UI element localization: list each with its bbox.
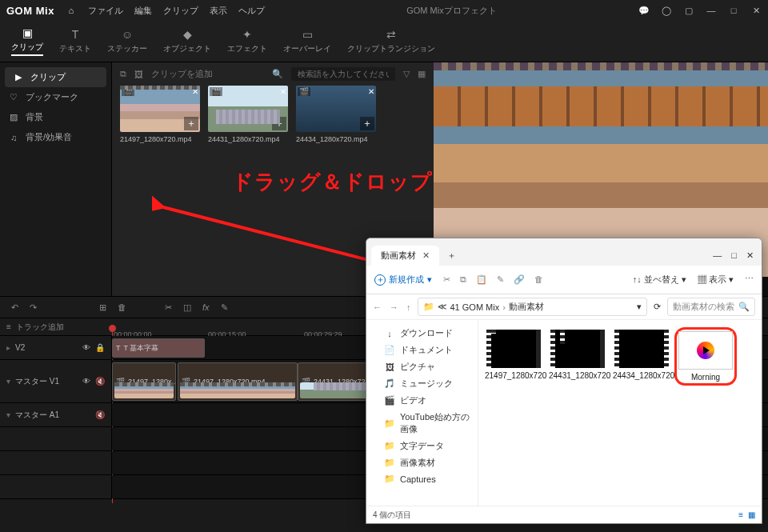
sort-button[interactable]: ↑↓ 並べ替え ▾ (633, 274, 686, 286)
menu-view[interactable]: 表示 (210, 5, 227, 17)
refresh-icon[interactable]: ⟳ (654, 302, 661, 312)
home-icon[interactable]: ⌂ (66, 5, 77, 16)
add-to-timeline-icon[interactable]: ＋ (360, 117, 374, 130)
add-icon[interactable]: ⊞ (99, 302, 106, 313)
remove-icon[interactable]: ✕ (192, 87, 198, 96)
timeline-clip[interactable]: 🎬21497_1280x720.mp4 (178, 362, 298, 401)
add-track-label[interactable]: トラック追加 (16, 322, 64, 333)
explorer-toolbar: ＋新規作成▾ ✂ ⧉ 📋 ✎ 🔗 🗑 ↑↓ 並べ替え ▾ ▦ 表示 ▾ ⋯ (366, 266, 762, 294)
folder-icon: 🎬 (384, 395, 395, 406)
explorer-file-pane[interactable]: 21497_1280x72024431_1280x72024434_1280x7… (478, 320, 762, 506)
back-icon[interactable]: ← (373, 302, 382, 312)
window-max-icon[interactable]: □ (731, 250, 737, 261)
tab-transition[interactable]: ⇄クリップトランジション (347, 28, 435, 54)
window-close-icon[interactable]: ✕ (750, 5, 762, 16)
filter-icon[interactable]: ▽ (403, 69, 410, 79)
window-close-icon[interactable]: ✕ (746, 250, 754, 261)
add-to-timeline-icon[interactable]: ＋ (184, 117, 198, 130)
nav-item[interactable]: 🎵ミュージック (370, 375, 474, 392)
search-icon: 🔍 (272, 69, 283, 79)
tracks-icon[interactable]: ≡ (6, 322, 11, 331)
paste-icon[interactable]: 📋 (476, 274, 487, 285)
feedback-icon[interactable]: 💬 (638, 5, 650, 16)
window-max-icon[interactable]: □ (728, 5, 739, 16)
new-button[interactable]: ＋新規作成▾ (374, 274, 432, 286)
sidebar-item-background[interactable]: ▨背景 (0, 107, 111, 127)
fx-icon[interactable]: fx (202, 302, 210, 312)
tab-object[interactable]: ◆オブジェクト (163, 28, 211, 54)
sidebar-item-bgm[interactable]: ♫背景/効果音 (0, 127, 111, 147)
explorer-file[interactable]: 21497_1280x720 (485, 330, 542, 380)
share-icon[interactable]: 🔗 (514, 274, 525, 285)
timeline-clip[interactable]: 🎬21497_1280x… (112, 362, 176, 401)
mute-icon[interactable]: 🔇 (95, 377, 105, 386)
save-icon[interactable]: ▢ (683, 5, 694, 16)
nav-item[interactable]: ↓ダウンロード (370, 325, 474, 342)
mute-icon[interactable]: 🔇 (95, 410, 105, 419)
nav-item[interactable]: 🎬ビデオ (370, 392, 474, 409)
nav-item[interactable]: 📄ドキュメント (370, 342, 474, 358)
tab-text[interactable]: Tテキスト (59, 28, 91, 54)
folder-icon[interactable]: 🖼 (134, 70, 143, 79)
menu-edit[interactable]: 編集 (134, 5, 152, 17)
library-search-input[interactable] (291, 67, 395, 81)
pen-icon[interactable]: ✎ (221, 302, 228, 313)
breadcrumb[interactable]: 📁≪ 41 GOM Mix› 動画素材 ▾ (418, 298, 648, 316)
nav-item[interactable]: 📁文字データ (370, 438, 474, 454)
library-clip[interactable]: 🎬✕＋ 24431_1280x720.mp4 (208, 86, 288, 143)
import-icon[interactable]: ⧉ (120, 69, 126, 79)
tab-overlay[interactable]: ▭オーバーレイ (283, 28, 331, 54)
cut-icon[interactable]: ✂ (443, 274, 450, 285)
remove-icon[interactable]: ✕ (280, 87, 286, 96)
explorer-file[interactable]: Morning (677, 330, 734, 383)
grid-icon[interactable]: ▦ (418, 69, 426, 79)
list-view-icon[interactable]: ≡ (738, 510, 743, 519)
explorer-window: 動画素材✕ ＋ — □ ✕ ＋新規作成▾ ✂ ⧉ 📋 ✎ 🔗 🗑 ↑↓ 並べ替え… (366, 238, 762, 524)
new-tab-button[interactable]: ＋ (439, 246, 464, 266)
nav-item[interactable]: 📁Captures (370, 471, 474, 486)
library-clip[interactable]: 🎬✕＋ 21497_1280x720.mp4 (120, 86, 200, 143)
rename-icon[interactable]: ✎ (497, 274, 504, 285)
add-to-timeline-icon[interactable]: ＋ (272, 117, 286, 130)
more-icon[interactable]: ⋯ (745, 274, 754, 286)
window-min-icon[interactable]: — (713, 250, 722, 261)
play-icon: ▶ (13, 72, 24, 82)
grid-view-icon[interactable]: ▦ (748, 510, 755, 519)
view-button[interactable]: ▦ 表示 ▾ (698, 274, 734, 286)
library-clip[interactable]: 🎬✕＋ 24434_1280x720.mp4 (296, 86, 376, 143)
remove-icon[interactable]: ✕ (368, 87, 374, 96)
delete-icon[interactable]: 🗑 (118, 302, 126, 312)
tab-effect[interactable]: ✦エフェクト (227, 28, 267, 54)
sidebar-item-bookmark[interactable]: ♡ブックマーク (0, 87, 111, 107)
tab-clip[interactable]: ▣クリップ (11, 26, 43, 56)
undo-icon[interactable]: ↶ (11, 302, 18, 313)
up-icon[interactable]: ↑ (406, 302, 411, 312)
nav-item[interactable]: 📁YouTube始め方の画像 (370, 409, 474, 438)
eye-icon[interactable]: 👁 (82, 343, 90, 352)
explorer-search[interactable]: 動画素材の検索🔍 (667, 298, 755, 316)
menu-clip[interactable]: クリップ (163, 5, 198, 17)
menu-help[interactable]: ヘルプ (238, 5, 265, 17)
redo-icon[interactable]: ↷ (30, 302, 37, 313)
nav-item[interactable]: 📁画像素材 (370, 454, 474, 471)
window-min-icon[interactable]: — (706, 5, 717, 16)
copy-icon[interactable]: ⧉ (460, 274, 466, 285)
forward-icon[interactable]: → (390, 302, 398, 312)
close-tab-icon[interactable]: ✕ (422, 250, 430, 261)
crop-icon[interactable]: ◫ (183, 302, 191, 313)
timeline-clip[interactable]: TT 基本字幕 (112, 338, 205, 358)
title-bar: GOM Mix ⌂ ファイル 編集 クリップ 表示 ヘルプ GOM Mixプロフ… (0, 0, 768, 21)
explorer-file[interactable]: 24431_1280x720 (549, 330, 606, 380)
explorer-tab[interactable]: 動画素材✕ (371, 246, 439, 266)
nav-item[interactable]: 🖼ピクチャ (370, 358, 474, 375)
menu-file[interactable]: ファイル (88, 5, 123, 17)
explorer-file[interactable]: 24434_1280x720 (613, 330, 670, 380)
account-icon[interactable]: ◯ (661, 5, 672, 16)
folder-icon: 🖼 (384, 362, 395, 372)
sidebar-item-clip[interactable]: ▶クリップ (5, 67, 106, 87)
eye-icon[interactable]: 👁 (82, 377, 90, 386)
tab-sticker[interactable]: ☺ステッカー (107, 28, 147, 54)
cut-icon[interactable]: ✂ (165, 302, 172, 313)
lock-icon[interactable]: 🔒 (95, 343, 105, 352)
delete-icon[interactable]: 🗑 (534, 274, 543, 285)
